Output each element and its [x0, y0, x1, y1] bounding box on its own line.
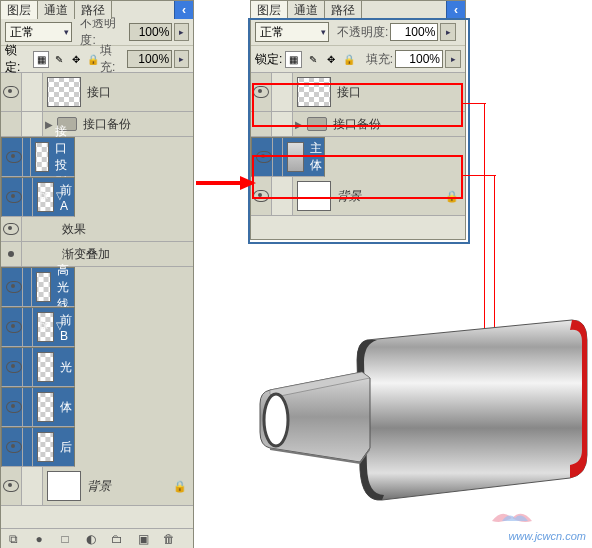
opacity-value[interactable]: 100%	[390, 23, 438, 41]
layer-name[interactable]: 接口	[337, 84, 361, 101]
layer-name[interactable]: 渐变叠加	[62, 246, 110, 263]
link-col[interactable]	[23, 428, 33, 466]
minimize-icon[interactable]: ‹	[174, 1, 193, 19]
link-col[interactable]	[23, 268, 32, 306]
layer-row[interactable]: 接口	[1, 73, 193, 112]
link-col[interactable]	[272, 112, 293, 136]
layer-name[interactable]: 光	[60, 359, 72, 376]
layer-thumbnail[interactable]	[37, 432, 54, 462]
layer-name[interactable]: 背景	[337, 188, 361, 205]
layer-row[interactable]: ▶接口备份	[1, 112, 193, 137]
visibility-toggle[interactable]	[6, 178, 23, 216]
link-col[interactable]	[23, 178, 33, 216]
layer-name[interactable]: 接口备份	[83, 116, 131, 133]
fill-flyout[interactable]: ▸	[174, 50, 189, 68]
layer-row[interactable]: 效果	[1, 217, 193, 242]
new-group-icon[interactable]: 🗀	[109, 531, 125, 547]
visibility-toggle[interactable]	[1, 73, 22, 111]
visibility-toggle[interactable]	[251, 112, 272, 136]
layer-row[interactable]: 体	[1, 387, 75, 427]
layer-thumbnail[interactable]	[287, 142, 304, 172]
layer-name[interactable]: 后	[60, 439, 72, 456]
layer-row[interactable]: 高光线	[1, 267, 75, 307]
tab-layers[interactable]: 图层	[1, 1, 38, 19]
layer-row[interactable]: 背景🔒	[1, 467, 193, 506]
tab-channels[interactable]: 通道	[38, 1, 75, 19]
lock-transparency-icon[interactable]: ▦	[285, 51, 302, 68]
lock-all-icon[interactable]: 🔒	[86, 52, 100, 67]
lock-pixels-icon[interactable]: ✎	[305, 52, 320, 67]
visibility-toggle[interactable]	[6, 428, 23, 466]
layer-thumbnail[interactable]	[37, 352, 54, 382]
layer-thumbnail[interactable]	[35, 142, 49, 172]
layer-name[interactable]: 高光线	[57, 262, 72, 313]
layer-thumbnail[interactable]	[297, 181, 331, 211]
visibility-toggle[interactable]	[6, 138, 23, 176]
layer-name[interactable]: 背景	[87, 478, 111, 495]
layer-name[interactable]: 接口	[87, 84, 111, 101]
visibility-toggle[interactable]	[6, 268, 23, 306]
tab-channels[interactable]: 通道	[288, 1, 325, 19]
layer-row[interactable]: 前Afx▽	[1, 177, 75, 217]
layer-thumbnail[interactable]	[47, 471, 81, 501]
fx-disclosure-icon[interactable]: ▽	[56, 320, 64, 331]
link-col[interactable]	[273, 138, 283, 176]
visibility-toggle[interactable]	[1, 467, 22, 505]
opacity-flyout[interactable]: ▸	[174, 23, 189, 41]
layer-thumbnail[interactable]	[36, 272, 51, 302]
minimize-icon[interactable]: ‹	[446, 1, 465, 19]
layer-thumbnail[interactable]	[297, 77, 331, 107]
link-col[interactable]	[22, 112, 43, 136]
layer-name[interactable]: 体	[60, 399, 72, 416]
lock-transparency-icon[interactable]: ▦	[33, 51, 49, 68]
visibility-toggle[interactable]	[1, 112, 22, 136]
disclosure-triangle-icon[interactable]: ▶	[295, 119, 303, 130]
layer-style-icon[interactable]: ●	[31, 531, 47, 547]
layer-name[interactable]: 接口备份	[333, 116, 381, 133]
fx-disclosure-icon[interactable]: ▽	[56, 190, 64, 201]
layer-row[interactable]: 光	[1, 347, 75, 387]
link-col[interactable]	[23, 308, 33, 346]
link-col[interactable]	[272, 177, 293, 215]
new-layer-icon[interactable]: ▣	[135, 531, 151, 547]
layer-row[interactable]: 接口投影	[1, 137, 75, 177]
layer-thumbnail[interactable]	[47, 77, 81, 107]
lock-position-icon[interactable]: ✥	[323, 52, 338, 67]
layer-row[interactable]: 接口	[251, 73, 465, 112]
lock-position-icon[interactable]: ✥	[69, 52, 83, 67]
link-col[interactable]	[22, 73, 43, 111]
link-col[interactable]	[23, 388, 33, 426]
layer-row[interactable]: 主体	[251, 137, 325, 177]
tab-layers[interactable]: 图层	[251, 1, 288, 19]
layer-row[interactable]: 后	[1, 427, 75, 467]
lock-pixels-icon[interactable]: ✎	[52, 52, 66, 67]
layer-name[interactable]: 主体	[310, 140, 322, 174]
fill-flyout[interactable]: ▸	[445, 50, 461, 68]
fx-badge[interactable]: fx	[39, 319, 48, 331]
visibility-toggle[interactable]	[6, 388, 23, 426]
lock-all-icon[interactable]: 🔒	[341, 52, 356, 67]
layer-thumbnail[interactable]	[37, 392, 54, 422]
visibility-toggle[interactable]	[6, 348, 23, 386]
visibility-toggle[interactable]	[1, 242, 22, 266]
layer-row[interactable]: 背景🔒	[251, 177, 465, 216]
blend-mode-select[interactable]: 正常▾	[255, 22, 329, 42]
adjustment-layer-icon[interactable]: ◐	[83, 531, 99, 547]
opacity-flyout[interactable]: ▸	[440, 23, 456, 41]
link-col[interactable]	[272, 73, 293, 111]
fill-value[interactable]: 100%	[127, 50, 172, 68]
link-col[interactable]	[22, 467, 43, 505]
tab-paths[interactable]: 路径	[325, 1, 362, 19]
blend-mode-select[interactable]: 正常▾	[5, 22, 72, 42]
visibility-toggle[interactable]	[256, 138, 273, 176]
link-layers-icon[interactable]: ⧉	[5, 531, 21, 547]
opacity-value[interactable]: 100%	[129, 23, 173, 41]
layer-row[interactable]: ▶接口备份	[251, 112, 465, 137]
disclosure-triangle-icon[interactable]: ▶	[45, 119, 53, 130]
layer-name[interactable]: 效果	[62, 221, 86, 238]
fill-value[interactable]: 100%	[395, 50, 443, 68]
delete-layer-icon[interactable]: 🗑	[161, 531, 177, 547]
link-col[interactable]	[23, 138, 31, 176]
fx-badge[interactable]: fx	[39, 189, 48, 201]
visibility-toggle[interactable]	[1, 217, 22, 241]
